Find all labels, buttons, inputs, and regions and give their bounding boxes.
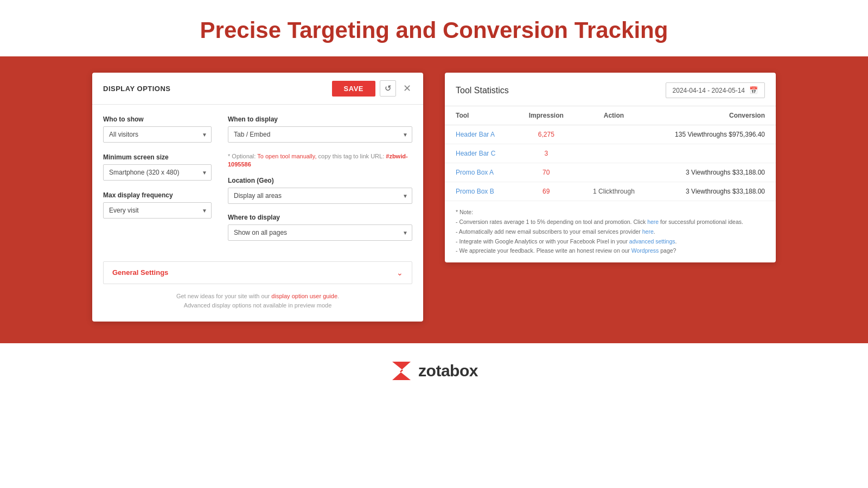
- svg-marker-0: [392, 362, 411, 380]
- note-link-here2[interactable]: here: [642, 228, 654, 235]
- when-to-display-select[interactable]: Tab / Embed: [228, 126, 412, 143]
- location-geo-label: Location (Geo): [228, 177, 412, 184]
- min-screen-size-field: Minimum screen size Smartphone (320 x 48…: [103, 153, 212, 181]
- when-to-display-select-wrapper: Tab / Embed ▼: [228, 126, 412, 143]
- min-screen-size-label: Minimum screen size: [103, 153, 212, 161]
- zotabox-logo: zotabox: [390, 359, 478, 382]
- date-range-text: 2024-04-14 - 2024-05-14: [673, 87, 745, 94]
- max-display-freq-field: Max display frequency Every visit ▼: [103, 191, 212, 219]
- tool-name-cell[interactable]: Header Bar C: [445, 144, 514, 163]
- where-to-display-field: Where to display Show on all pages ▼: [228, 214, 412, 241]
- stats-panel: Tool Statistics 2024-04-14 - 2024-05-14 …: [445, 73, 776, 262]
- refresh-icon: ↺: [385, 84, 392, 93]
- table-row: Header Bar C 3: [445, 144, 776, 163]
- when-to-display-label: When to display: [228, 115, 412, 123]
- stats-table: Tool Impression Action Conversion Header…: [445, 106, 776, 201]
- brand-name: zotabox: [418, 362, 478, 380]
- min-screen-size-select-wrapper: Smartphone (320 x 480) ▼: [103, 164, 212, 181]
- conversion-cell: 3 Viewthroughs $33,188.00: [649, 163, 776, 182]
- action-cell: 1 Clickthrough: [578, 182, 650, 201]
- red-band: DISPLAY OPTIONS SAVE ↺ ✕ Who to show All…: [0, 56, 868, 343]
- save-button[interactable]: SAVE: [332, 81, 375, 97]
- tag-value: #zbwid-1095586: [228, 153, 408, 168]
- close-icon: ✕: [403, 82, 411, 94]
- conversion-cell: [649, 144, 776, 163]
- location-geo-select[interactable]: Display all areas: [228, 188, 412, 204]
- action-cell: [578, 125, 650, 144]
- panel-actions: SAVE ↺ ✕: [332, 80, 413, 97]
- note-4: - We appreciate your feedback. Please wr…: [456, 246, 765, 256]
- table-row: Header Bar A 6,275 135 Viewthroughs $975…: [445, 125, 776, 144]
- impression-cell: 3: [514, 144, 578, 163]
- right-column: When to display Tab / Embed ▼ * Optional…: [228, 115, 412, 251]
- who-to-show-select[interactable]: All visitors: [103, 126, 212, 143]
- where-to-display-select[interactable]: Show on all pages: [228, 224, 412, 241]
- tool-name-cell[interactable]: Header Bar A: [445, 125, 514, 144]
- tool-name-cell[interactable]: Promo Box B: [445, 182, 514, 201]
- page-header: Precise Targeting and Conversion Trackin…: [0, 0, 868, 56]
- col-header-conversion: Conversion: [649, 106, 776, 125]
- panel-footer: Get new ideas for your site with our dis…: [92, 284, 423, 313]
- footer-text3: Advanced display options not available i…: [184, 302, 332, 309]
- col-header-impression: Impression: [514, 106, 578, 125]
- date-range-box[interactable]: 2024-04-14 - 2024-05-14 📅: [666, 82, 765, 98]
- conversion-cell: 135 Viewthroughs $975,396.40: [649, 125, 776, 144]
- conversion-cell: 3 Viewthroughs $33,188.00: [649, 182, 776, 201]
- footer-band: zotabox: [0, 343, 868, 393]
- panel-header: DISPLAY OPTIONS SAVE ↺ ✕: [92, 73, 423, 105]
- max-display-freq-select-wrapper: Every visit ▼: [103, 202, 212, 219]
- display-option-user-guide-link[interactable]: display option user guide: [271, 293, 337, 299]
- table-row: Promo Box A 70 3 Viewthroughs $33,188.00: [445, 163, 776, 182]
- who-to-show-field: Who to show All visitors ▼: [103, 115, 212, 143]
- zotabox-z-icon: [390, 359, 413, 382]
- general-settings-bar[interactable]: General Settings ⌄: [103, 261, 412, 284]
- impression-cell: 70: [514, 163, 578, 182]
- note-1: - Conversion rates average 1 to 5% depen…: [456, 217, 765, 227]
- where-to-display-select-wrapper: Show on all pages ▼: [228, 224, 412, 241]
- panel-body: Who to show All visitors ▼ Minimum scree…: [92, 105, 423, 261]
- left-column: Who to show All visitors ▼ Minimum scree…: [103, 115, 212, 251]
- who-to-show-select-wrapper: All visitors ▼: [103, 126, 212, 143]
- display-options-panel: DISPLAY OPTIONS SAVE ↺ ✕ Who to show All…: [92, 73, 423, 322]
- impression-cell: 69: [514, 182, 578, 201]
- action-cell: [578, 144, 650, 163]
- note-3: - Integrate with Google Analytics or wit…: [456, 237, 765, 247]
- action-cell: [578, 163, 650, 182]
- footer-text2: .: [337, 293, 339, 299]
- min-screen-size-select[interactable]: Smartphone (320 x 480): [103, 164, 212, 181]
- calendar-icon: 📅: [749, 86, 758, 94]
- location-geo-field: Location (Geo) Display all areas ▼: [228, 177, 412, 204]
- panel-title: DISPLAY OPTIONS: [103, 85, 171, 93]
- refresh-button[interactable]: ↺: [380, 80, 396, 97]
- where-to-display-label: Where to display: [228, 214, 412, 221]
- stats-notes: * Note: - Conversion rates average 1 to …: [445, 201, 776, 262]
- col-header-tool: Tool: [445, 106, 514, 125]
- stats-header: Tool Statistics 2024-04-14 - 2024-05-14 …: [445, 73, 776, 106]
- note-link-wordpress[interactable]: Wordpress: [631, 247, 659, 254]
- stats-title: Tool Statistics: [456, 86, 509, 95]
- max-display-freq-label: Max display frequency: [103, 191, 212, 199]
- max-display-freq-select[interactable]: Every visit: [103, 202, 212, 219]
- note-2: - Automatically add new email subscriber…: [456, 227, 765, 237]
- close-button[interactable]: ✕: [400, 82, 413, 95]
- when-to-display-field: When to display Tab / Embed ▼: [228, 115, 412, 143]
- who-to-show-label: Who to show: [103, 115, 212, 123]
- table-row: Promo Box B 69 1 Clickthrough 3 Viewthro…: [445, 182, 776, 201]
- col-header-action: Action: [578, 106, 650, 125]
- tool-name-cell[interactable]: Promo Box A: [445, 163, 514, 182]
- impression-cell: 6,275: [514, 125, 578, 144]
- note-link-here1[interactable]: here: [647, 219, 659, 225]
- note-header: * Note:: [456, 208, 765, 217]
- open-tool-link[interactable]: To open tool manually,: [257, 153, 316, 159]
- chevron-down-icon: ⌄: [397, 268, 403, 277]
- general-settings-label: General Settings: [112, 268, 168, 277]
- footer-text1: Get new ideas for your site with our: [176, 293, 270, 299]
- page-title: Precise Targeting and Conversion Trackin…: [0, 17, 868, 43]
- location-geo-select-wrapper: Display all areas ▼: [228, 188, 412, 204]
- note-link-advanced-settings[interactable]: advanced settings: [629, 238, 675, 245]
- optional-note: * Optional: To open tool manually, copy …: [228, 152, 412, 169]
